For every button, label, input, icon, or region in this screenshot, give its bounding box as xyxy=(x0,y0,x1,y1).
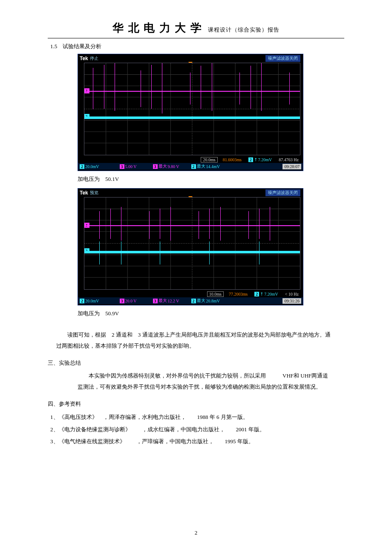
caption-2: 加电压为 50.9V xyxy=(78,310,344,317)
scope2-ch3-max-label: 最大 xyxy=(159,298,167,304)
scope2-time: 09:31:26 xyxy=(282,298,301,304)
section-1-5-title: 1.5 试验结果及分析 xyxy=(50,43,344,50)
ch3-badge-2: 3 xyxy=(120,299,124,303)
header-rule xyxy=(48,38,344,38)
caption2-value: 50.9V xyxy=(105,310,119,317)
scope2-ch2-scale: 20.0mV xyxy=(85,299,99,303)
scope1-delay: 81.6003ms xyxy=(221,157,243,162)
scope1-ch2-max-label: 最大 xyxy=(197,163,205,169)
scope1-ch3-max-label: 最大 xyxy=(159,163,167,169)
scope1-trig-ch: 2 xyxy=(248,157,253,162)
oscilloscope-screenshot-1: Tek 停止 噪声滤波器关闭 3 2 xyxy=(78,54,303,171)
channel-3-trace-2 xyxy=(84,225,300,226)
trigger-edge-icon-2: ⤒ xyxy=(260,292,263,296)
scope2-trig-ch: 2 xyxy=(254,292,259,296)
scope1-timebase: 20.0ms xyxy=(201,157,217,163)
caption1-prefix: 加电压为 xyxy=(78,176,105,182)
page-number: 2 xyxy=(0,529,392,536)
scope2-ch3-scale: 20.0 V xyxy=(125,299,137,303)
tek-logo: Tek xyxy=(80,55,88,61)
scope2-ch2-max: 20.8mV xyxy=(206,299,220,303)
oscilloscope-screenshot-2: Tek 预览 噪声滤波器关闭 3 2 xyxy=(78,188,303,305)
reference-2: 2、《电力设备绝缘监测与诊断》 ，成水红编著，中国电力出版社， 2001 年版。 xyxy=(50,424,344,436)
reference-1: 1、《高电压技术》 ，周泽存编著，水利电力出版社， 1988 年 6 月第一版。 xyxy=(50,411,344,424)
tek-logo-2: Tek xyxy=(80,190,88,196)
caption-1: 加电压为 50.1V xyxy=(78,175,344,183)
scope2-ch3-max: 12.2 V xyxy=(168,299,179,303)
scope1-ch2-max: 14.4mV xyxy=(206,164,220,169)
ch2-badge-2: 2 xyxy=(80,299,84,303)
header-subtitle: 课程设计（综合实验）报告 xyxy=(208,26,280,33)
section-4-head: 四、参考资料 xyxy=(48,400,344,408)
ch2-max-badge: 2 xyxy=(191,164,196,169)
channel-2-trace xyxy=(84,116,300,119)
scope1-ch2-scale: 20.0mV xyxy=(85,164,99,169)
reference-3: 3、《电气绝缘在线监测技术》 ，严璋编著，中国电力出版社， 1995 年版。 xyxy=(50,436,344,448)
scope1-ch3-max: 9.80 V xyxy=(168,164,179,169)
caption1-value: 50.1V xyxy=(105,176,119,182)
ch3-badge: 3 xyxy=(120,164,124,169)
analysis-paragraph: 读图可知，根据 2 通道和 3 通道波形上产生局部电压并且能相互对应的波形处为局… xyxy=(56,329,336,352)
ch2-badge: 2 xyxy=(80,164,84,169)
scope2-status: 预览 xyxy=(90,190,98,196)
channel-3-trace xyxy=(84,91,300,92)
ch3-max-badge: 3 xyxy=(153,164,158,169)
page-header: 华 北 电 力 大 学 课程设计（综合实验）报告 xyxy=(48,20,344,35)
trigger-edge-icon: ⤒ xyxy=(254,157,257,162)
section-3-head: 三、实验总结 xyxy=(48,359,344,367)
scope2-ch2-max-label: 最大 xyxy=(197,298,205,304)
scope1-trig-freq: 87.4763 Hz xyxy=(277,157,300,162)
ch2-max-badge-2: 2 xyxy=(191,299,196,303)
ch3-max-badge-2: 3 xyxy=(153,299,158,303)
university-logo-text: 华 北 电 力 大 学 xyxy=(112,22,202,34)
scope1-ch3-scale: 5.00 V xyxy=(125,164,137,169)
scope2-trig-level: 7.20mV xyxy=(264,292,278,296)
scope2-timebase: 10.0ms xyxy=(207,291,224,297)
scope2-trig-freq: < 10 Hz xyxy=(283,292,300,296)
scope1-filter-status: 噪声滤波器关闭 xyxy=(265,55,300,62)
scope2-delay: 77.2003ms xyxy=(227,292,249,296)
scope1-time: 09:28:07 xyxy=(282,164,301,169)
scope1-plot-area: 3 2 xyxy=(84,63,300,155)
channel-2-trace-2 xyxy=(84,251,300,253)
scope2-plot-area: 3 2 xyxy=(84,197,300,290)
scope1-trig-level: 7.20mV xyxy=(258,157,272,162)
scope2-filter-status: 噪声滤波器关闭 xyxy=(265,189,300,196)
section-3-body: 本实验中因为传感器特别灵敏，对外界信号的抗干扰能力较弱，所以采用 VHF和 UH… xyxy=(78,370,331,392)
scope1-status: 停止 xyxy=(90,55,98,61)
caption2-prefix: 加电压为 xyxy=(78,310,105,317)
